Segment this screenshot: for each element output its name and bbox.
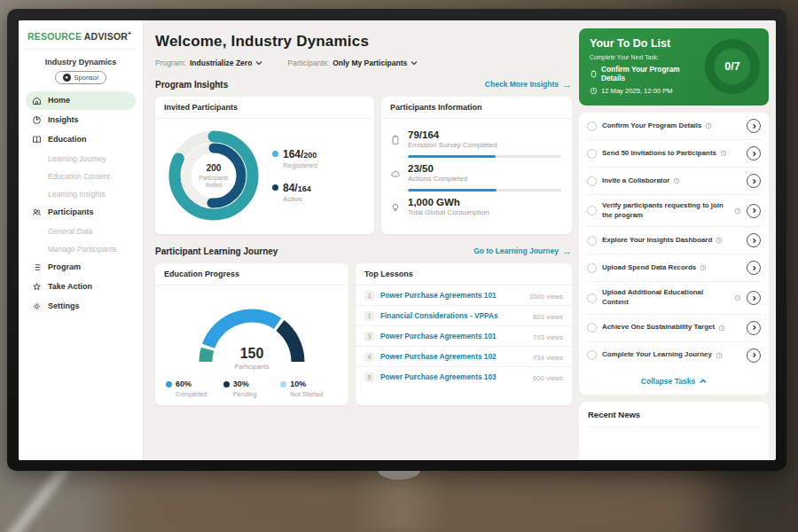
task-open-button[interactable]	[747, 204, 761, 218]
monitor-bezel: RESOURCE ADVISOR+ Industry Dynamics ● Sp…	[7, 9, 786, 471]
task-open-button[interactable]	[747, 146, 761, 160]
program-insights-title: Program Insights	[155, 80, 228, 90]
todo-title: Your To Do List	[590, 37, 700, 50]
sidebar-item-general-data[interactable]: General Data	[26, 223, 136, 240]
sidebar-item-insights[interactable]: Insights	[26, 111, 136, 129]
sidebar-item-program[interactable]: Program	[26, 258, 136, 277]
lesson-link[interactable]: Power Purchase Agreements 101	[380, 291, 523, 300]
task-open-button[interactable]	[747, 291, 761, 305]
sponsor-label: Sponsor	[74, 74, 99, 82]
sidebar-item-participants[interactable]: Participants	[26, 203, 136, 222]
legend-label: Registered	[283, 161, 317, 169]
gear-icon	[32, 301, 42, 311]
task-checkbox[interactable]	[587, 121, 597, 131]
task-checkbox[interactable]	[587, 176, 597, 186]
filters-row: Program: Industrialize Zero Participants…	[155, 59, 572, 67]
clipboard-icon	[590, 70, 598, 78]
lesson-link[interactable]: Power Purchase Agreements 103	[380, 372, 527, 381]
logo-resource: RESOURCE	[27, 31, 82, 42]
go-to-learning-journey-link[interactable]: Go to Learning Journey →	[473, 246, 572, 256]
stat-emission-survey: 79/164 Emission Survey Completed	[390, 129, 561, 149]
task-open-button[interactable]	[747, 321, 761, 335]
clipboard-icon	[390, 135, 401, 145]
top-lessons-list: 1 Power Purchase Agreements 101 1000 vie…	[356, 286, 572, 387]
todo-task-list: Confirm Your Program Details Send 50 Inv…	[579, 113, 769, 395]
clock-icon	[734, 294, 741, 301]
list-icon	[32, 262, 42, 272]
lesson-rank: 5	[364, 372, 374, 382]
legend-completed: 60% Completed	[166, 379, 223, 398]
education-gauge-chart: 150 Participants	[185, 296, 318, 371]
stat-actions-completed: 23/50 Actions Completed	[390, 163, 561, 183]
education-progress-title: Education Progress	[155, 263, 348, 286]
task-open-button[interactable]	[747, 261, 761, 275]
book-icon	[32, 135, 42, 145]
sidebar-item-learning-insights[interactable]: Learning Insights	[26, 185, 136, 203]
education-progress-body: 150 Participants 60% Completed 30%	[155, 286, 348, 405]
sidebar-nav: Home Insights Education Learning Journey…	[26, 91, 136, 316]
lesson-link[interactable]: Power Purchase Agreements 102	[380, 352, 527, 361]
donut-center-label: 200 Participants Invited	[164, 126, 263, 225]
lesson-link[interactable]: Power Purchase Agreements 101	[380, 332, 527, 340]
gauge-legend: 60% Completed 30% Pending 10% Not Starte…	[164, 379, 340, 398]
main-content: Welcome, Industry Dynamics Program: Indu…	[144, 20, 579, 460]
lesson-rank: 4	[364, 352, 374, 362]
task-open-button[interactable]	[747, 233, 761, 247]
sponsor-badge[interactable]: ● Sponsor	[55, 71, 106, 84]
page-title: Welcome, Industry Dynamics	[155, 33, 572, 51]
todo-summary-card: Your To Do List Complete Your Next Task:…	[579, 28, 769, 106]
learning-cards-row: Education Progress 150 Participants	[155, 263, 572, 405]
task-open-button[interactable]	[747, 348, 761, 363]
top-lessons-title: Top Lessons	[356, 263, 572, 286]
insights-icon	[32, 115, 42, 125]
task-row: Achieve One Sustainability Target	[587, 315, 761, 342]
clock-icon	[716, 352, 723, 359]
collapse-tasks-link[interactable]: Collapse Tasks	[587, 369, 761, 395]
legend-dot-active	[272, 184, 278, 191]
insights-cards-row: Invited Participants 200 Participants In…	[155, 97, 572, 234]
task-checkbox[interactable]	[587, 263, 597, 273]
task-checkbox[interactable]	[587, 350, 597, 360]
task-checkbox[interactable]	[587, 293, 597, 303]
donut-center-caption: Participants Invited	[191, 175, 237, 189]
go-to-learning-journey-label: Go to Learning Journey	[473, 246, 559, 255]
learning-journey-header: Participant Learning Journey Go to Learn…	[155, 246, 572, 256]
task-row: Verify participants requesting to join t…	[587, 195, 761, 227]
participants-information-title: Participants Information	[381, 97, 572, 119]
sidebar-item-education[interactable]: Education	[26, 130, 136, 149]
task-checkbox[interactable]	[587, 149, 597, 159]
check-more-insights-link[interactable]: Check More Insights →	[485, 79, 572, 90]
lesson-link[interactable]: Financial Considerations - VPPAs	[380, 311, 527, 320]
task-row: Invite a Collaborator	[587, 168, 761, 195]
take-action-icon	[32, 282, 42, 292]
sidebar: RESOURCE ADVISOR+ Industry Dynamics ● Sp…	[19, 20, 144, 460]
task-checkbox[interactable]	[587, 236, 597, 246]
sidebar-item-label: Home	[48, 96, 70, 105]
task-row: Upload Additional Educational Content	[587, 282, 761, 314]
sidebar-item-education-content[interactable]: Education Content	[26, 168, 136, 185]
task-checkbox[interactable]	[587, 323, 597, 332]
participants-filter[interactable]: Participants: Only My Participants	[287, 59, 418, 67]
clock-icon	[590, 87, 598, 95]
sidebar-item-home[interactable]: Home	[26, 91, 136, 110]
task-row: Send 50 Invitations to Participants	[587, 140, 761, 168]
dashboard-screen: RESOURCE ADVISOR+ Industry Dynamics ● Sp…	[19, 20, 776, 460]
task-row: Explore Your Insights Dashboard	[587, 227, 761, 254]
sidebar-item-learning-journey[interactable]: Learning Journey	[26, 150, 136, 168]
sidebar-item-settings[interactable]: Settings	[26, 297, 136, 316]
invited-donut-chart: 200 Participants Invited	[164, 126, 263, 225]
task-checkbox[interactable]	[587, 206, 597, 215]
sidebar-item-manage-participants[interactable]: Manage Participants	[26, 240, 136, 258]
sidebar-item-take-action[interactable]: Take Action	[26, 278, 136, 296]
legend-active: 84/164 Active	[272, 182, 317, 203]
progress-fill	[408, 155, 496, 158]
app-logo: RESOURCE ADVISOR+	[26, 28, 136, 50]
task-open-button[interactable]	[747, 119, 761, 133]
arrow-right-icon: →	[562, 79, 572, 90]
program-filter-label: Program:	[155, 59, 186, 67]
program-filter[interactable]: Program: Industrialize Zero	[155, 59, 262, 67]
lesson-row: 3 Power Purchase Agreements 101 793 view…	[356, 326, 572, 347]
cloud-icon	[390, 168, 401, 179]
clock-icon	[673, 177, 680, 184]
task-open-button[interactable]	[747, 174, 761, 188]
